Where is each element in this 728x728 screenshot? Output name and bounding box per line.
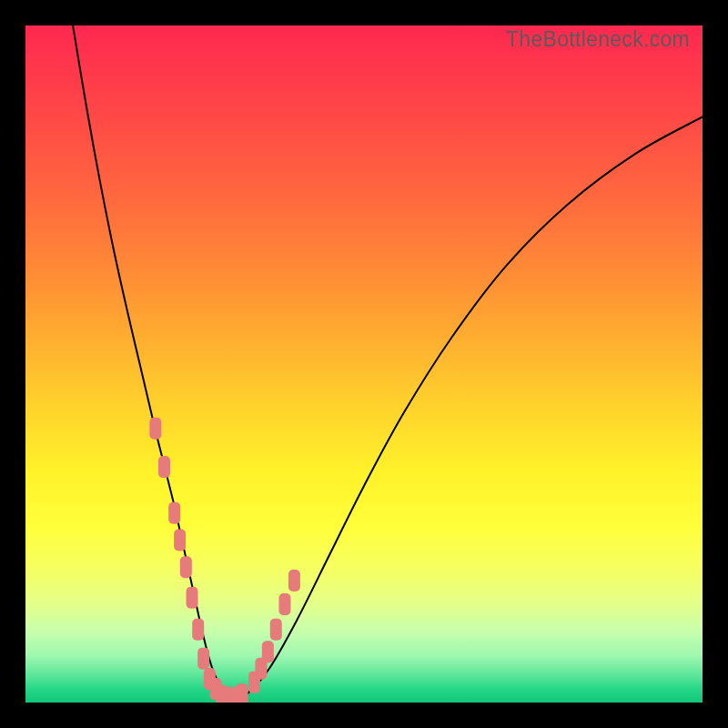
data-marker (158, 456, 170, 478)
data-marker (149, 418, 161, 440)
bottleneck-curve (73, 25, 703, 699)
data-marker (262, 641, 274, 662)
data-marker (278, 593, 290, 615)
data-marker (174, 529, 186, 551)
chart-overlay (25, 25, 703, 703)
data-marker (237, 683, 248, 703)
data-marker (187, 587, 198, 609)
data-marker (180, 556, 192, 578)
data-marker (168, 502, 180, 524)
data-marker (288, 570, 300, 592)
data-marker (197, 648, 209, 670)
data-marker (192, 619, 204, 641)
data-markers (149, 418, 300, 703)
data-marker (270, 619, 282, 641)
plot-area: TheBottleneck.com (25, 25, 703, 703)
chart-frame: TheBottleneck.com (0, 0, 728, 728)
